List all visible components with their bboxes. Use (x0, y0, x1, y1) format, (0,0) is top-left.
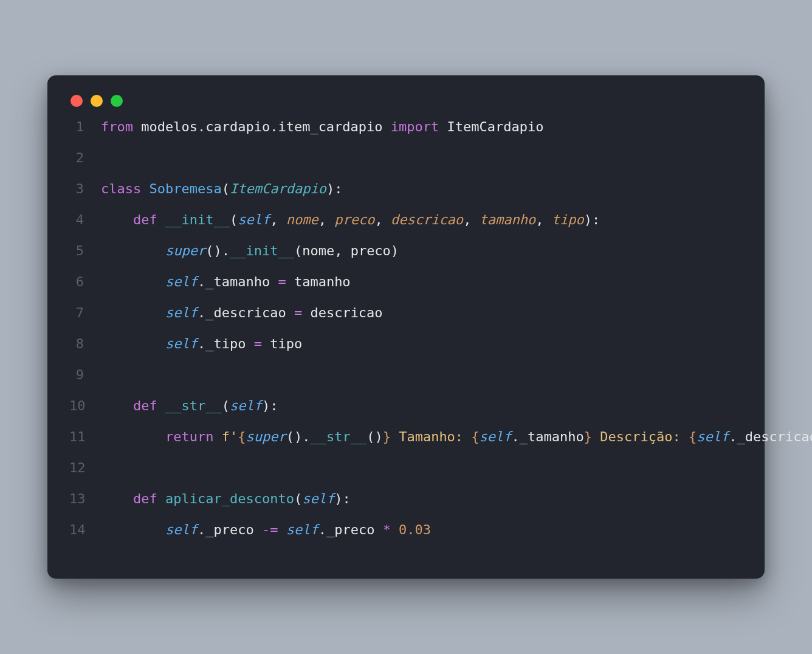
code-line: 14 self._preco -= self._preco * 0.03 (69, 523, 743, 554)
zoom-icon[interactable] (111, 95, 123, 107)
line-number: 12 (69, 461, 101, 475)
line-number: 5 (69, 244, 101, 258)
line-number: 8 (69, 337, 101, 351)
code-line: 8 self._tipo = tipo (69, 337, 743, 368)
line-number: 11 (69, 430, 101, 444)
code-text: self._tipo = tipo (101, 337, 302, 351)
line-number: 10 (69, 399, 101, 413)
code-line: 6 self._tamanho = tamanho (69, 275, 743, 306)
code-text: return f'{super().__str__()} Tamanho: {s… (101, 430, 812, 444)
code-text: def aplicar_desconto(self): (101, 492, 351, 506)
code-text: def __init__(self, nome, preco, descrica… (101, 213, 600, 227)
code-line: 4 def __init__(self, nome, preco, descri… (69, 213, 743, 244)
code-text: def __str__(self): (101, 399, 278, 413)
code-area[interactable]: 1 from modelos.cardapio.item_cardapio im… (69, 120, 743, 554)
line-number: 9 (69, 368, 101, 382)
code-line: 10 def __str__(self): (69, 399, 743, 430)
code-text: class Sobremesa(ItemCardapio): (101, 182, 342, 196)
code-line: 1 from modelos.cardapio.item_cardapio im… (69, 120, 743, 151)
code-line: 5 super().__init__(nome, preco) (69, 244, 743, 275)
code-text: super().__init__(nome, preco) (101, 244, 399, 258)
line-number: 1 (69, 120, 101, 134)
line-number: 2 (69, 151, 101, 165)
code-text: self._preco -= self._preco * 0.03 (101, 523, 431, 537)
code-line: 11 return f'{super().__str__()} Tamanho:… (69, 430, 743, 461)
code-editor-window: 1 from modelos.cardapio.item_cardapio im… (47, 75, 765, 579)
code-line: 13 def aplicar_desconto(self): (69, 492, 743, 523)
code-line: 2 (69, 151, 743, 182)
code-line: 7 self._descricao = descricao (69, 306, 743, 337)
minimize-icon[interactable] (91, 95, 103, 107)
code-line: 3 class Sobremesa(ItemCardapio): (69, 182, 743, 213)
line-number: 14 (69, 523, 101, 537)
line-number: 4 (69, 213, 101, 227)
code-line: 9 (69, 368, 743, 399)
line-number: 6 (69, 275, 101, 289)
code-text: self._tamanho = tamanho (101, 275, 351, 289)
window-controls (69, 92, 743, 120)
line-number: 7 (69, 306, 101, 320)
line-number: 3 (69, 182, 101, 196)
line-number: 13 (69, 492, 101, 506)
code-line: 12 (69, 461, 743, 492)
code-text: self._descricao = descricao (101, 306, 383, 320)
close-icon[interactable] (71, 95, 83, 107)
code-text: from modelos.cardapio.item_cardapio impo… (101, 120, 544, 134)
